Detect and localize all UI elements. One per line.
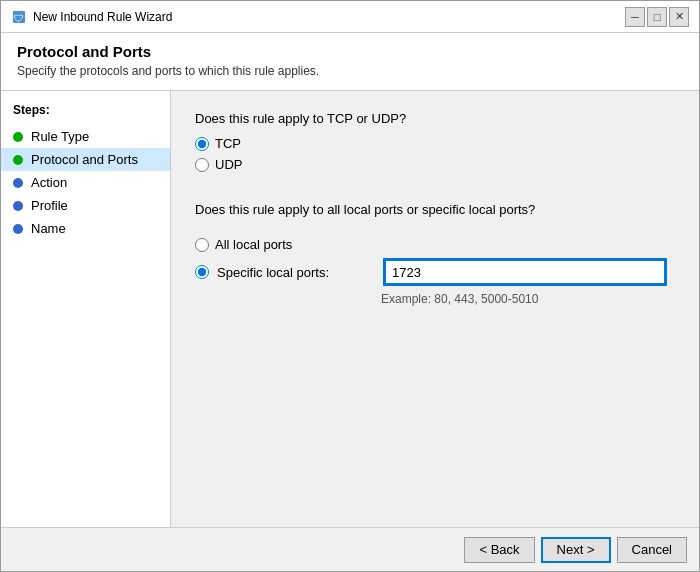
svg-text:🛡: 🛡	[14, 13, 24, 24]
step-label-action: Action	[31, 175, 67, 190]
footer: < Back Next > Cancel	[1, 527, 699, 571]
all-ports-label: All local ports	[215, 237, 292, 252]
tcp-udp-question: Does this rule apply to TCP or UDP?	[195, 111, 675, 126]
step-dot-rule-type	[13, 132, 23, 142]
next-button[interactable]: Next >	[541, 537, 611, 563]
sidebar: Steps: Rule Type Protocol and Ports Acti…	[1, 91, 171, 527]
page-title: Protocol and Ports	[17, 43, 683, 60]
tcp-radio-item: TCP	[195, 136, 675, 151]
title-bar: 🛡 New Inbound Rule Wizard ─ □ ✕	[1, 1, 699, 33]
cancel-button[interactable]: Cancel	[617, 537, 687, 563]
udp-radio-item: UDP	[195, 157, 675, 172]
window-title: New Inbound Rule Wizard	[33, 10, 172, 24]
step-dot-action	[13, 178, 23, 188]
back-button[interactable]: < Back	[464, 537, 534, 563]
minimize-button[interactable]: ─	[625, 7, 645, 27]
ports-radio-group: All local ports Specific local ports: Ex…	[195, 237, 675, 306]
page-header: Protocol and Ports Specify the protocols…	[1, 33, 699, 91]
tcp-udp-radio-group: TCP UDP	[195, 136, 675, 178]
sidebar-item-name[interactable]: Name	[1, 217, 170, 240]
step-label-profile: Profile	[31, 198, 68, 213]
specific-ports-radio-item: Specific local ports:	[195, 260, 675, 284]
sidebar-item-protocol-ports[interactable]: Protocol and Ports	[1, 148, 170, 171]
step-dot-name	[13, 224, 23, 234]
step-label-name: Name	[31, 221, 66, 236]
page-subtitle: Specify the protocols and ports to which…	[17, 64, 683, 78]
maximize-button[interactable]: □	[647, 7, 667, 27]
step-dot-protocol-ports	[13, 155, 23, 165]
content-area: Steps: Rule Type Protocol and Ports Acti…	[1, 91, 699, 527]
specific-ports-radio[interactable]	[195, 265, 209, 279]
sidebar-item-action[interactable]: Action	[1, 171, 170, 194]
udp-radio[interactable]	[195, 158, 209, 172]
window-icon: 🛡	[11, 9, 27, 25]
tcp-label: TCP	[215, 136, 241, 151]
step-label-protocol-ports: Protocol and Ports	[31, 152, 138, 167]
sidebar-item-rule-type[interactable]: Rule Type	[1, 125, 170, 148]
ports-question: Does this rule apply to all local ports …	[195, 202, 675, 217]
sidebar-item-profile[interactable]: Profile	[1, 194, 170, 217]
ports-example: Example: 80, 443, 5000-5010	[381, 292, 675, 306]
tcp-radio[interactable]	[195, 137, 209, 151]
specific-ports-label: Specific local ports:	[217, 265, 377, 280]
all-ports-radio-item: All local ports	[195, 237, 675, 252]
title-bar-left: 🛡 New Inbound Rule Wizard	[11, 9, 172, 25]
main-panel: Does this rule apply to TCP or UDP? TCP …	[171, 91, 699, 527]
udp-label: UDP	[215, 157, 242, 172]
step-dot-profile	[13, 201, 23, 211]
ports-input[interactable]	[385, 260, 665, 284]
title-bar-controls: ─ □ ✕	[625, 7, 689, 27]
close-button[interactable]: ✕	[669, 7, 689, 27]
step-label-rule-type: Rule Type	[31, 129, 89, 144]
wizard-window: 🛡 New Inbound Rule Wizard ─ □ ✕ Protocol…	[0, 0, 700, 572]
all-ports-radio[interactable]	[195, 238, 209, 252]
steps-label: Steps:	[1, 103, 170, 125]
